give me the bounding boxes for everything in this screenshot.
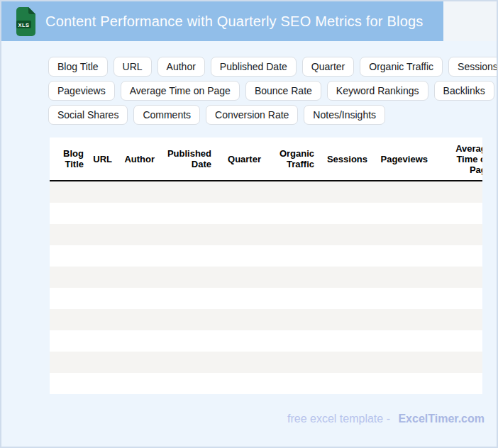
column-header-author: Author (116, 138, 159, 181)
chip-author[interactable]: Author (157, 57, 205, 77)
chip-published-date[interactable]: Published Date (211, 57, 297, 77)
table-cell (265, 267, 319, 288)
chip-social-shares[interactable]: Social Shares (48, 105, 128, 125)
table-cell (159, 224, 216, 245)
table-cell (159, 245, 216, 267)
table-cell (88, 330, 116, 352)
table-cell (372, 267, 432, 288)
page: XLS Content Performance with Quarterly S… (0, 0, 498, 448)
table-cell (319, 373, 372, 394)
table-cell (88, 267, 116, 288)
table-cell (432, 373, 482, 394)
table-cell (50, 203, 88, 224)
chip-url[interactable]: URL (114, 57, 152, 77)
table-cell (50, 330, 88, 352)
table-cell (88, 352, 116, 373)
table-cell (216, 373, 265, 394)
table-cell (88, 309, 116, 330)
table-cell (372, 224, 432, 245)
table-row (50, 203, 482, 224)
chip-bounce-rate[interactable]: Bounce Rate (245, 81, 321, 101)
table-cell (432, 352, 482, 373)
column-header-quarter: Quarter (216, 138, 265, 181)
table-cell (319, 330, 372, 352)
title-banner: XLS Content Performance with Quarterly S… (1, 1, 443, 41)
chip-backlinks[interactable]: Backlinks (434, 81, 494, 101)
table-cell (265, 309, 319, 330)
table-cell (116, 181, 159, 203)
field-chips: Blog Title URL Author Published Date Qua… (48, 57, 498, 125)
table-cell (265, 352, 319, 373)
footer-brand-link[interactable]: ExcelTimer.com (398, 413, 485, 425)
table-cell (432, 245, 482, 267)
page-title: Content Performance with Quarterly SEO M… (45, 13, 424, 30)
column-header-published-date: Published Date (159, 138, 216, 181)
table-cell (265, 288, 319, 309)
table-cell (319, 245, 372, 267)
table-body (50, 181, 482, 394)
table-cell (372, 245, 432, 267)
table-cell (50, 288, 88, 309)
table-cell (159, 309, 216, 330)
table-cell (432, 288, 482, 309)
table-cell (50, 267, 88, 288)
table-cell (88, 203, 116, 224)
table-row (50, 330, 482, 352)
table-cell (319, 288, 372, 309)
table-cell (116, 373, 159, 394)
table-cell (216, 267, 265, 288)
table-cell (319, 181, 372, 203)
table-cell (432, 267, 482, 288)
table-cell (216, 330, 265, 352)
footer: free excel template - ExcelTimer.com (287, 413, 485, 425)
chip-notes-insights[interactable]: Notes/Insights (304, 105, 385, 125)
chip-pageviews[interactable]: Pageviews (48, 81, 115, 101)
table-cell (116, 330, 159, 352)
chip-sessions[interactable]: Sessions (448, 57, 498, 77)
chip-comments[interactable]: Comments (133, 105, 200, 125)
table-cell (50, 181, 88, 203)
table-row (50, 267, 482, 288)
table-cell (50, 309, 88, 330)
table-cell (50, 245, 88, 267)
table-cell (116, 267, 159, 288)
table-cell (159, 330, 216, 352)
table-cell (372, 352, 432, 373)
table-cell (116, 245, 159, 267)
table-cell (50, 373, 88, 394)
table-cell (216, 245, 265, 267)
chip-conversion-rate[interactable]: Conversion Rate (206, 105, 298, 125)
table-cell (432, 181, 482, 203)
table-cell (116, 288, 159, 309)
xls-file-icon: XLS (16, 6, 36, 37)
table-cell (88, 245, 116, 267)
footer-tagline: free excel template - (287, 413, 390, 425)
table-cell (319, 267, 372, 288)
top-strip (443, 1, 497, 41)
column-header-organic-traffic: Organic Traffic (265, 138, 319, 181)
table-cell (159, 181, 216, 203)
chip-quarter[interactable]: Quarter (302, 57, 354, 77)
table-cell (159, 267, 216, 288)
chip-blog-title[interactable]: Blog Title (48, 57, 108, 77)
table-cell (319, 309, 372, 330)
table-cell (159, 352, 216, 373)
table-cell (319, 203, 372, 224)
table-cell (216, 181, 265, 203)
chip-organic-traffic[interactable]: Organic Traffic (360, 57, 443, 77)
chip-keyword-rankings[interactable]: Keyword Rankings (327, 81, 428, 101)
table-cell (372, 203, 432, 224)
column-header-average-time-on-page: Average Time on Page (432, 138, 482, 181)
column-header-pageviews: Pageviews (372, 138, 432, 181)
table-row (50, 224, 482, 245)
table-row (50, 309, 482, 330)
table-cell (116, 352, 159, 373)
table-cell (159, 288, 216, 309)
table-cell (116, 203, 159, 224)
column-header-blog-title: Blog Title (50, 138, 88, 181)
table-cell (50, 224, 88, 245)
table-cell (216, 352, 265, 373)
chip-average-time-on-page[interactable]: Average Time on Page (121, 81, 240, 101)
table-cell (265, 245, 319, 267)
xls-icon-label: XLS (18, 21, 29, 28)
